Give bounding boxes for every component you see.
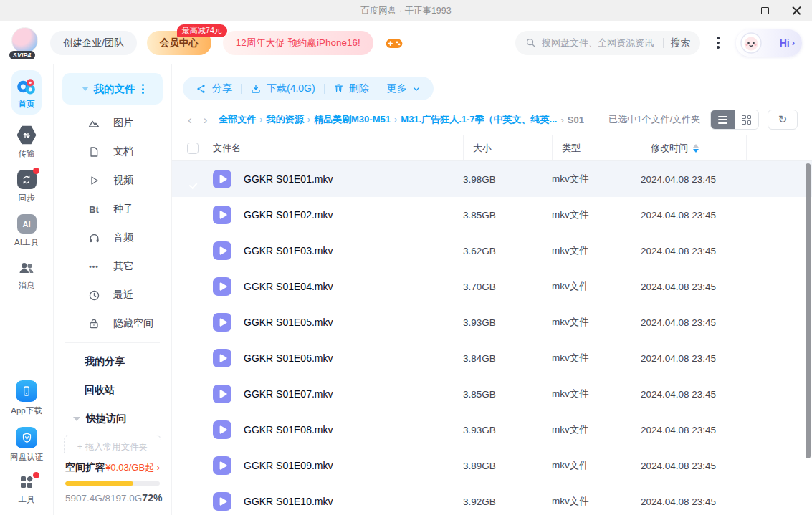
row-icon-cell [213,241,237,260]
rail-label: 工具 [19,494,35,505]
back-button[interactable]: ‹ [188,114,192,126]
storage-expand-link[interactable]: ¥0.03/GB起 › [105,461,160,474]
sidebar-item-hidden-space[interactable]: 隐藏空间 [54,309,171,338]
rail-item-home[interactable]: 首页 [11,70,42,115]
vip-discount-badge: 最高减74元 [177,24,227,37]
anniversary-promo-banner[interactable]: 12周年大促 预约赢iPhone16! [223,31,373,55]
search-icon [525,37,536,48]
minimize-button[interactable] [717,0,749,21]
more-button[interactable]: 更多 [387,82,421,95]
row-icon-cell [213,456,237,475]
rail-item-app-download[interactable]: App下载 [11,380,42,416]
sidebar-item-torrents[interactable]: Bt 种子 [54,195,171,223]
file-modified: 2024.04.08 23:45 [641,496,746,507]
file-name[interactable]: GGKR S01E03.mkv [237,245,463,256]
sidebar-item-images[interactable]: 图片 [54,109,171,138]
download-button[interactable]: 下载(4.0G) [250,82,315,95]
sidebar-item-recent[interactable]: 最近 [54,281,171,309]
maximize-button[interactable] [749,0,780,21]
select-all-checkbox[interactable] [187,143,199,154]
row-icon-cell [213,420,237,439]
search-input[interactable] [542,37,656,48]
messages-icon [17,259,36,277]
table-row[interactable]: GGKR S01E02.mkv 3.85GB mkv文件 2024.04.08 … [172,197,812,233]
file-name[interactable]: GGKR S01E05.mkv [237,317,463,328]
refresh-button[interactable]: ↻ [768,110,798,130]
list-view-button[interactable] [711,110,735,129]
category-label: 种子 [113,203,133,216]
video-file-icon [213,277,231,296]
file-size: 3.98GB [463,174,552,185]
breadcrumb-item[interactable]: 全部文件 [219,113,256,126]
table-row[interactable]: GGKR S01E07.mkv 3.85GB mkv文件 2024.04.08 … [172,376,812,412]
table-row[interactable]: GGKR S01E04.mkv 3.70GB mkv文件 2024.04.08 … [172,269,812,304]
table-row[interactable]: GGKR S01E06.mkv 3.84GB mkv文件 2024.04.08 … [172,340,812,376]
file-name[interactable]: GGKR S01E08.mkv [237,424,463,435]
table-row[interactable]: GGKR S01E01.mkv 3.98GB mkv文件 2024.04.08 … [172,161,812,197]
vertical-scrollbar[interactable] [806,163,811,458]
sort-icon[interactable] [693,144,699,153]
table-row[interactable]: GGKR S01E09.mkv 3.89GB mkv文件 2024.04.08 … [172,448,812,483]
file-name[interactable]: GGKR S01E04.mkv [237,281,463,292]
game-icon[interactable] [385,34,403,52]
video-file-icon [213,492,231,511]
close-icon [792,6,801,16]
user-avatar[interactable]: SVIP4 [11,27,40,59]
breadcrumb-item[interactable]: M31.广告狂人.1-7季（中英文、纯英... [391,113,557,126]
search-box[interactable]: 搜索 [515,31,700,55]
rail-item-ai-tools[interactable]: AI AI工具 [14,214,39,248]
sidebar-item-recycle-bin[interactable]: 回收站 [54,376,171,405]
column-header-type[interactable]: 类型 [552,135,641,160]
sidebar-item-other[interactable]: ••• 其它 [54,252,171,281]
storage-expand-label: 空间扩容 [65,461,105,474]
share-button[interactable]: 分享 [196,82,232,95]
file-size: 3.93GB [463,425,552,435]
sidebar-item-quick-access[interactable]: 快捷访问 [54,405,171,433]
my-files-menu-icon[interactable] [142,84,144,94]
assistant-button[interactable]: Hi › [736,29,802,57]
table-row[interactable]: GGKR S01E05.mkv 3.93GB mkv文件 2024.04.08 … [172,304,812,340]
document-icon [87,146,101,158]
search-button[interactable]: 搜索 [671,37,690,49]
clock-icon [87,289,101,302]
file-type: mkv文件 [552,388,641,400]
file-modified: 2024.04.08 23:45 [641,281,746,292]
breadcrumb-item[interactable]: 精品美剧M30-M51 [304,113,391,126]
close-button[interactable] [780,0,812,21]
recycle-bin-label: 回收站 [85,384,115,397]
grid-view-button[interactable] [735,110,758,129]
rail-item-cert[interactable]: 网盘认证 [10,427,43,463]
more-menu-icon[interactable] [709,31,727,55]
my-files-label: 我的文件 [94,82,135,96]
file-name[interactable]: GGKR S01E10.mkv [237,496,463,507]
rail-item-messages[interactable]: 消息 [17,259,36,292]
file-name[interactable]: GGKR S01E02.mkv [237,209,463,221]
column-header-modified[interactable]: 修改时间 [641,135,746,160]
delete-button[interactable]: 删除 [333,82,369,95]
sidebar-item-audio[interactable]: 音频 [54,223,171,252]
file-name[interactable]: GGKR S01E06.mkv [237,352,463,364]
svip-badge: SVIP4 [9,51,35,59]
tools-icon [18,473,35,491]
create-team-button[interactable]: 创建企业/团队 [50,31,137,55]
column-header-size[interactable]: 大小 [463,135,552,160]
audio-icon [87,232,101,244]
file-name[interactable]: GGKR S01E07.mkv [237,388,463,400]
table-row[interactable]: GGKR S01E03.mkv 3.62GB mkv文件 2024.04.08 … [172,233,812,269]
more-label: 更多 [387,82,407,95]
avatar [11,27,38,54]
rail-item-tools[interactable]: 工具 [18,473,35,505]
file-name[interactable]: GGKR S01E01.mkv [237,173,463,185]
sidebar-item-my-shares[interactable]: 我的分享 [54,347,171,376]
rail-item-sync[interactable]: 同步 [17,170,37,203]
table-row[interactable]: GGKR S01E10.mkv 3.92GB mkv文件 2024.04.08 … [172,483,812,515]
column-header-name[interactable]: 文件名 [213,135,463,160]
breadcrumb-item[interactable]: 我的资源 [256,113,303,126]
table-row[interactable]: GGKR S01E08.mkv 3.93GB mkv文件 2024.04.08 … [172,412,812,448]
forward-button[interactable]: › [204,114,208,126]
file-name[interactable]: GGKR S01E09.mkv [237,460,463,471]
rail-item-transfer[interactable]: 传输 [17,125,37,159]
sidebar-item-my-files[interactable]: 我的文件 [62,73,163,105]
sidebar-item-videos[interactable]: 视频 [54,166,171,195]
sidebar-item-documents[interactable]: 文档 [54,138,171,166]
